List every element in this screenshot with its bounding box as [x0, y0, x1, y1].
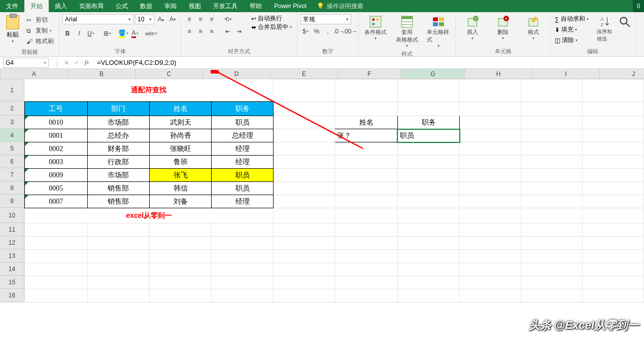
tab-insert[interactable]: 插入 [49, 0, 73, 12]
conditional-format-button[interactable]: 条件格式▾ [362, 14, 389, 49]
cell-I2[interactable] [521, 102, 583, 116]
cell-A5[interactable]: 0002 [25, 142, 88, 156]
find-select-button[interactable] [617, 14, 632, 47]
row-header-4[interactable]: 4 [0, 129, 24, 142]
cell-F6[interactable] [335, 156, 398, 169]
border-button[interactable]: ⊞ [102, 28, 112, 39]
column-header-E[interactable]: E [270, 69, 338, 79]
number-format-combo[interactable]: 常规▾ [300, 14, 351, 24]
cell-D12[interactable] [212, 237, 274, 250]
cell-H12[interactable] [460, 237, 521, 250]
cells-area[interactable]: 通配符查找工号部门姓名职务0010市场部武则天职员姓名职务0001总经办孙尚香总… [24, 79, 644, 303]
row-header-2[interactable]: 2 [0, 101, 24, 116]
cell-C12[interactable] [149, 237, 211, 250]
cell-H14[interactable] [460, 263, 521, 276]
cell-F13[interactable] [335, 250, 398, 263]
cell-A3[interactable]: 0010 [25, 116, 88, 129]
cut-button[interactable]: ✂ 剪切 [25, 15, 55, 25]
cell-E13[interactable] [274, 250, 335, 263]
cell-J5[interactable] [583, 142, 644, 156]
cell-I11[interactable] [521, 223, 583, 237]
decrease-decimal-button[interactable]: .00→ [345, 26, 355, 36]
cell-styles-button[interactable]: 单元格样式▾ [425, 14, 452, 49]
cell-B9[interactable]: 销售部 [87, 195, 149, 208]
cell-E7[interactable] [274, 169, 335, 182]
cell-C14[interactable] [149, 263, 211, 276]
align-center-button[interactable]: ≡ [195, 26, 206, 36]
cell-E4[interactable] [274, 129, 335, 142]
column-header-D[interactable]: D [203, 69, 270, 79]
cell-F1[interactable] [335, 80, 398, 102]
cell-F2[interactable] [335, 102, 398, 116]
cell-E12[interactable] [274, 237, 335, 250]
tab-formulas[interactable]: 公式 [110, 0, 134, 12]
clear-button[interactable]: ◫清除▾ [554, 35, 590, 45]
cell-H5[interactable] [460, 142, 521, 156]
cell-J9[interactable] [583, 195, 644, 208]
cell-E8[interactable] [274, 182, 335, 195]
cell-I3[interactable] [521, 116, 583, 129]
cell-E6[interactable] [274, 156, 335, 169]
cell-A9[interactable]: 0007 [25, 195, 88, 208]
row-header-6[interactable]: 6 [0, 155, 24, 168]
cell-G12[interactable] [397, 237, 459, 250]
cell-F11[interactable] [335, 223, 398, 237]
cell-B14[interactable] [87, 263, 149, 276]
cell-F8[interactable] [335, 182, 398, 195]
cell-B16[interactable] [87, 289, 149, 303]
cell-E10[interactable] [274, 208, 335, 223]
tab-view[interactable]: 视图 [183, 0, 207, 12]
cell-D7[interactable]: 职员 [212, 169, 274, 182]
cell-H2[interactable] [460, 102, 521, 116]
cell-J3[interactable] [583, 116, 644, 129]
enter-formula-button[interactable]: ✓ [72, 59, 82, 66]
cell-A11[interactable] [25, 223, 88, 237]
cell-B15[interactable] [87, 276, 149, 289]
cell-I8[interactable] [521, 182, 583, 195]
cell-I14[interactable] [521, 263, 583, 276]
cell-J11[interactable] [583, 223, 644, 237]
cell-B13[interactable] [87, 250, 149, 263]
row-header-7[interactable]: 7 [0, 168, 24, 181]
column-header-C[interactable]: C [135, 69, 203, 79]
format-painter-button[interactable]: 🖌 格式刷 [25, 36, 55, 46]
cell-A2[interactable]: 工号 [25, 102, 88, 116]
insert-cells-button[interactable]: + 插入▾ [459, 14, 486, 47]
cell-F7[interactable] [335, 169, 398, 182]
cell-A13[interactable] [25, 250, 88, 263]
cell-J13[interactable] [583, 250, 644, 263]
cell-F3[interactable]: 姓名 [335, 116, 398, 129]
column-header-A[interactable]: A [1, 69, 68, 79]
cell-B2[interactable]: 部门 [87, 102, 149, 116]
cell-E14[interactable] [274, 263, 335, 276]
cell-H1[interactable] [460, 80, 521, 102]
font-color-button[interactable]: A [130, 28, 140, 39]
column-header-I[interactable]: I [532, 69, 600, 79]
cell-I15[interactable] [521, 276, 583, 289]
cell-E5[interactable] [274, 142, 335, 156]
format-table-button[interactable]: 套用 表格格式▾ [393, 14, 421, 49]
cell-J10[interactable] [583, 208, 644, 223]
cell-H10[interactable] [460, 208, 521, 223]
font-size-combo[interactable]: 10▾ [135, 14, 154, 24]
tab-review[interactable]: 审阅 [158, 0, 183, 12]
increase-indent-button[interactable]: ⇥ [234, 26, 244, 36]
cell-D9[interactable]: 经理 [212, 195, 274, 208]
cell-A12[interactable] [25, 237, 88, 250]
sort-filter-button[interactable]: AZ 排序和筛选 [595, 14, 615, 47]
tab-powerpivot[interactable]: Power Pivot [268, 0, 313, 12]
column-header-H[interactable]: H [465, 69, 532, 79]
fill-color-button[interactable]: 🪣 [118, 28, 128, 39]
cell-B12[interactable] [87, 237, 149, 250]
row-header-14[interactable]: 14 [0, 262, 24, 276]
cell-D15[interactable] [212, 276, 274, 289]
cell-G2[interactable] [397, 102, 459, 116]
cell-B3[interactable]: 市场部 [87, 116, 149, 129]
row-header-1[interactable]: 1 [0, 79, 24, 101]
column-header-B[interactable]: B [68, 69, 135, 79]
cell-J1[interactable] [583, 80, 644, 102]
cell-H9[interactable] [460, 195, 521, 208]
cell-C4[interactable]: 孙尚香 [149, 129, 211, 142]
decrease-indent-button[interactable]: ⇤ [223, 26, 233, 36]
account-badge[interactable]: 0 [633, 0, 644, 12]
